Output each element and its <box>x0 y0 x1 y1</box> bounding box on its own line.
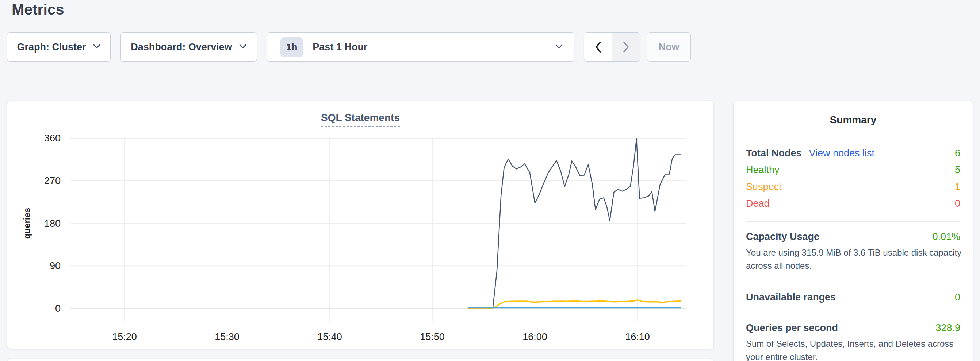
healthy-label: Healthy <box>746 165 780 176</box>
svg-text:16:00: 16:00 <box>522 331 547 342</box>
sql-statements-chart[interactable]: 15:2015:3015:4015:5016:0016:100901802703… <box>7 101 713 348</box>
capacity-section: Capacity Usage 0.01% You are using 315.9… <box>746 231 960 272</box>
total-nodes-value: 6 <box>955 148 960 159</box>
prev-time-button[interactable] <box>584 33 612 61</box>
graph-dropdown[interactable]: Graph: Cluster <box>7 32 111 62</box>
total-nodes-label: Total Nodes <box>746 148 802 159</box>
svg-text:360: 360 <box>44 133 60 144</box>
healthy-value: 5 <box>955 165 960 176</box>
time-range-dropdown[interactable]: 1h Past 1 Hour <box>267 32 574 62</box>
qps-description: Sum of Selects, Updates, Inserts, and De… <box>746 337 965 361</box>
divider <box>746 282 960 282</box>
next-chart-card-edge <box>7 359 714 361</box>
suspect-label: Suspect <box>746 181 782 193</box>
time-window-nav <box>584 32 640 62</box>
divider <box>746 221 960 222</box>
svg-text:0: 0 <box>55 303 60 314</box>
dashboard-dropdown[interactable]: Dashboard: Overview <box>121 32 257 62</box>
view-nodes-list-link[interactable]: View nodes list <box>809 148 875 159</box>
dead-value: 0 <box>955 198 960 209</box>
svg-text:90: 90 <box>50 260 60 271</box>
chevron-down-icon <box>555 44 563 50</box>
unavailable-ranges-label: Unavailable ranges <box>746 292 836 303</box>
summary-title: Summary <box>746 114 960 126</box>
qps-label: Queries per second <box>746 322 838 334</box>
dead-nodes-row: Dead 0 <box>746 195 960 212</box>
svg-text:15:50: 15:50 <box>420 331 445 342</box>
time-range-badge: 1h <box>280 37 303 57</box>
svg-text:15:20: 15:20 <box>112 331 137 342</box>
page-title: Metrics <box>12 0 64 19</box>
chevron-down-icon <box>239 44 247 50</box>
svg-text:180: 180 <box>44 218 60 229</box>
graph-dropdown-label: Graph: Cluster <box>17 41 86 53</box>
qps-section: Queries per second 328.9 Sum of Selects,… <box>746 322 960 361</box>
qps-value: 328.9 <box>935 322 960 334</box>
chevron-right-icon <box>622 41 630 53</box>
svg-text:queries: queries <box>22 208 32 239</box>
capacity-description: You are using 315.9 MiB of 3.6 TiB usabl… <box>746 246 965 272</box>
suspect-value: 1 <box>955 181 960 193</box>
capacity-label: Capacity Usage <box>746 231 819 242</box>
dashboard-dropdown-label: Dashboard: Overview <box>131 41 232 53</box>
summary-panel: Summary Total Nodes View nodes list 6 He… <box>733 101 973 361</box>
divider <box>746 312 960 313</box>
dead-label: Dead <box>746 198 770 209</box>
next-time-button[interactable] <box>612 33 640 61</box>
chevron-down-icon <box>93 44 101 50</box>
total-nodes-row: Total Nodes View nodes list 6 <box>746 145 960 162</box>
svg-text:15:30: 15:30 <box>215 331 240 342</box>
now-button[interactable]: Now <box>647 32 691 62</box>
capacity-value: 0.01% <box>932 231 960 242</box>
time-range-label: Past 1 Hour <box>313 41 549 53</box>
svg-text:16:10: 16:10 <box>625 331 650 342</box>
healthy-nodes-row: Healthy 5 <box>746 162 960 178</box>
suspect-nodes-row: Suspect 1 <box>746 178 960 195</box>
unavailable-ranges-value: 0 <box>955 292 960 303</box>
svg-text:270: 270 <box>44 176 60 186</box>
chevron-left-icon <box>594 41 602 53</box>
unavailable-ranges-section: Unavailable ranges 0 <box>746 292 960 303</box>
svg-text:15:40: 15:40 <box>317 331 342 342</box>
sql-statements-card: SQL Statements 15:2015:3015:4015:5016:00… <box>7 101 714 349</box>
nodes-table: Total Nodes View nodes list 6 Healthy 5 … <box>746 145 960 212</box>
